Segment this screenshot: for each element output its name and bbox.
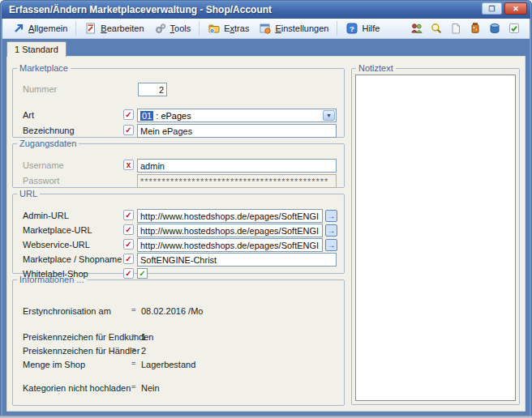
toolbar-separator [337,21,337,36]
info-label: Preiskennzeichen für Händler [23,346,139,356]
shopname-input[interactable] [137,253,337,267]
group-informationen: Informationen ... Erstynchronisation am … [12,275,345,406]
help-icon: ? [345,22,358,35]
ok-icon[interactable] [507,22,521,36]
required-check-icon[interactable]: ✓ [123,125,134,135]
marketplace-url-label: Marketplace-URL [23,225,92,235]
search-icon[interactable] [429,22,443,36]
title-bar: Erfassen/Ändern Marketplaceverwaltung - … [2,2,530,19]
open-url-icon[interactable]: → [325,239,337,251]
toolbar-separator [75,21,76,36]
nummer-input[interactable] [138,83,167,96]
toolbar-item-hilfe[interactable]: ? Hilfe [341,20,384,36]
main-area: 1 Standard Marketplace Nummer Art ✓ 01 :… [2,39,530,416]
folder-info-icon [208,22,221,35]
info-label: Menge im Shop [23,360,85,369]
toolbar-label: Extras [224,23,249,33]
group-marketplace: Marketplace Nummer Art ✓ 01 : ePages ▼ [12,63,345,138]
group-title: Marketplace [17,63,71,73]
group-title: Informationen ... [17,275,87,284]
required-check-icon[interactable]: ✓ [123,224,134,235]
restore-icon: ❐ [488,5,495,13]
passwort-label: Passwort [23,176,59,186]
toolbar-label: Hilfe [362,23,380,33]
toolbar-item-tools[interactable]: Tools [149,20,196,36]
username-label: Username [23,160,64,170]
username-input[interactable] [137,159,337,173]
nummer-label: Nummer [23,84,57,94]
document-icon[interactable] [448,22,462,36]
info-row: Preiskennzeichen für Händler 2 [13,344,344,358]
shopname-label: Marketplace / Shopname [23,254,122,264]
group-url: URL Admin-URL ✓ → Marketplace-URL ✓ [12,189,345,274]
info-row: Erstynchronisation am 08.02.2016 /Mo [13,305,344,318]
window-controls: ❐ ✕ [482,2,527,15]
toolbar-item-einstellungen[interactable]: Einstellungen [254,20,333,36]
tab-standard[interactable]: 1 Standard [6,41,66,57]
row-bezeichnung: Bezeichnung ✓ [13,124,344,138]
package-icon[interactable] [468,22,482,36]
required-check-icon[interactable]: ✓ [123,239,134,250]
admin-url-label: Admin-URL [23,211,69,220]
required-check-icon[interactable]: ✓ [123,109,134,120]
info-label: Kategorien nicht hochladen [23,383,131,393]
notiztext-area[interactable] [355,75,516,401]
content-panel: Marketplace Nummer Art ✓ 01 : ePages ▼ [6,56,526,412]
required-check-icon[interactable]: ✓ [123,210,134,220]
close-button[interactable]: ✕ [504,2,527,15]
art-label: Art [23,110,34,120]
info-value: Nein [141,383,160,393]
info-value: 1 [141,332,146,342]
tab-label: 1 Standard [15,45,58,54]
row-admin-url: Admin-URL ✓ → [13,209,344,223]
row-passwort: Passwort [13,174,344,188]
toolbar-item-allgemein[interactable]: Allgemein [7,20,72,36]
window-title: Erfassen/Ändern Marketplaceverwaltung - … [9,4,272,15]
svg-text:?: ? [350,24,355,33]
dialog-window: Erfassen/Ändern Marketplaceverwaltung - … [0,0,532,418]
toolbar-right-icons [410,22,525,36]
bezeichnung-label: Bezeichnung [23,126,75,135]
info-row: Kategorien nicht hochladen Nein [13,382,344,395]
close-icon: ✕ [513,5,519,13]
art-selected-code: 01 [140,111,153,121]
toolbar-separator [199,21,200,36]
dropdown-arrow-icon[interactable]: ▼ [323,110,335,121]
open-url-icon[interactable]: → [325,210,337,222]
database-icon[interactable] [487,22,501,36]
users-icon[interactable] [410,22,423,36]
toolbar-label: Bearbeiten [101,23,144,33]
toolbar-item-extras[interactable]: Extras [203,20,254,36]
required-x-icon[interactable]: x [123,160,134,170]
art-dropdown[interactable]: 01 : ePages ▼ [137,109,337,122]
arrow-up-right-icon [12,22,25,35]
admin-url-input[interactable] [137,209,323,223]
info-value: 08.02.2016 /Mo [141,306,203,316]
row-nummer: Nummer [13,83,344,96]
row-username: Username x [13,159,344,173]
gears-icon [154,22,167,35]
row-art: Art ✓ 01 : ePages ▼ [13,109,344,122]
equals-icon [131,306,135,314]
info-value: Lagerbestand [141,360,195,369]
webservice-url-input[interactable] [137,238,323,252]
group-title: Zugangsdaten [17,139,79,148]
passwort-input [137,174,337,188]
marketplace-url-input[interactable] [137,224,323,237]
required-check-icon[interactable]: ✓ [123,254,134,264]
toolbar-label: Einstellungen [275,23,328,33]
row-webservice-url: Webservice-URL ✓ → [13,238,344,252]
equals-icon [131,383,135,391]
bezeichnung-input[interactable] [137,124,337,138]
toolbar: Allgemein Bearbeiten Tools [2,19,530,39]
row-shopname: Marketplace / Shopname ✓ [13,253,344,267]
info-label: Erstynchronisation am [23,306,111,316]
settings-window-icon [259,22,272,35]
toolbar-item-bearbeiten[interactable]: Bearbeiten [79,20,148,36]
group-notiztext: Notiztext [351,63,520,405]
info-value: 2 [141,346,146,356]
toolbar-label: Tools [170,23,191,33]
row-marketplace-url: Marketplace-URL ✓ → [13,224,344,237]
open-url-icon[interactable]: → [325,224,337,237]
restore-button[interactable]: ❐ [482,2,502,15]
